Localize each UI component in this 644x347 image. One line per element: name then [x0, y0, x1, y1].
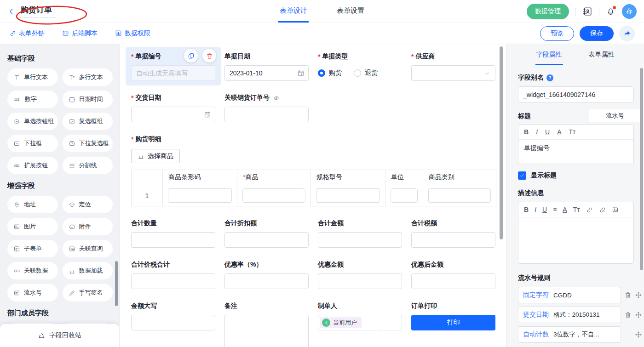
sidebar-item-number[interactable]: 123 数字	[7, 91, 58, 108]
remove-link-button[interactable]	[599, 206, 606, 213]
align-button[interactable]: ≡	[553, 206, 557, 213]
sidebar-item-multi-line-text[interactable]: 多行文本	[63, 68, 113, 86]
delete-rule-button[interactable]	[624, 291, 632, 299]
field-creator[interactable]: 制单人 当前用户	[318, 302, 402, 347]
sidebar-item-single-line-text[interactable]: 单行文本	[7, 68, 58, 86]
doc-no-input[interactable]	[131, 65, 215, 81]
field-total-qty[interactable]: 合计数量	[131, 219, 215, 248]
spec-input[interactable]	[316, 188, 380, 203]
address-book-icon[interactable]	[582, 6, 592, 17]
rule-auto-count[interactable]: 自动计数 3位数字，不自...	[518, 326, 621, 343]
form-external-link[interactable]: 表单外链	[9, 29, 45, 38]
underline-button[interactable]: U	[545, 128, 550, 136]
sidebar-item-linked-query[interactable]: 关联查询	[63, 240, 113, 257]
field-delivery-date[interactable]: *交货日期	[131, 94, 215, 122]
move-rule-handle[interactable]	[635, 331, 642, 338]
insert-link-button[interactable]	[586, 206, 593, 213]
insert-image-button[interactable]	[612, 206, 619, 213]
tab-form-properties[interactable]: 表单属性	[588, 44, 615, 65]
data-permission-link[interactable]: 数据权限	[115, 29, 150, 38]
font-size-button[interactable]: Tт	[569, 128, 575, 136]
sidebar-item-dropdown-multiselect[interactable]: 下拉复选框	[63, 135, 113, 152]
barcode-input[interactable]	[168, 188, 232, 203]
canvas-scrollbar[interactable]	[500, 46, 503, 239]
sidebar-item-geolocation[interactable]: 定位	[63, 196, 113, 213]
print-button[interactable]: 打印	[411, 315, 495, 330]
field-order-print[interactable]: 订单打印 打印	[411, 302, 495, 347]
sidebar-item-extend-button[interactable]: 扩展按钮	[7, 157, 58, 174]
sidebar-item-subform[interactable]: 子表单	[7, 240, 58, 257]
rule-fixed-chars[interactable]: 固定字符 CGDD	[518, 287, 621, 303]
move-rule-handle[interactable]	[635, 291, 642, 299]
font-color-button[interactable]: A	[557, 128, 561, 136]
field-total-amount[interactable]: 合计金额	[318, 219, 402, 248]
tab-field-properties[interactable]: 字段属性	[535, 44, 563, 65]
category-input[interactable]	[428, 188, 491, 203]
field-total-with-tax[interactable]: 合计价税合计	[131, 261, 215, 289]
sidebar-item-divider[interactable]: 分割线	[63, 157, 113, 174]
move-rule-handle[interactable]	[635, 311, 642, 319]
preview-button[interactable]: 预览	[540, 26, 574, 41]
column-header[interactable]: *商品	[237, 170, 311, 185]
field-total-discount[interactable]: 合计折扣额	[224, 219, 309, 248]
bold-button[interactable]: B	[524, 206, 529, 213]
current-user-tag[interactable]: 当前用户	[320, 317, 362, 328]
data-manage-button[interactable]: 数据管理	[527, 4, 569, 19]
select-goods-button[interactable]: 选择商品	[131, 149, 180, 163]
description-editor-content[interactable]	[518, 217, 633, 263]
amount-words-input[interactable]	[131, 315, 215, 330]
delete-field-button[interactable]	[202, 49, 216, 63]
field-discount-amount[interactable]: 优惠金额	[318, 261, 402, 289]
delete-rule-button[interactable]	[624, 311, 632, 319]
field-supplier[interactable]: *供应商	[411, 52, 495, 81]
discount-amount-input[interactable]	[318, 273, 402, 289]
creator-box[interactable]: 当前用户	[318, 315, 402, 330]
sidebar-scrollbar[interactable]	[115, 261, 118, 306]
notification-bell-icon[interactable]	[606, 6, 615, 16]
sidebar-item-data-load[interactable]: 数据加载	[63, 262, 113, 279]
backend-script-link[interactable]: 后端脚本	[62, 29, 98, 38]
sidebar-item-linked-data[interactable]: 关联数据	[7, 262, 58, 279]
related-order-input[interactable]	[224, 107, 309, 122]
total-discount-input[interactable]	[224, 232, 309, 248]
font-size-button[interactable]: Tт	[573, 206, 580, 213]
field-doc-type[interactable]: *单据类型 购货 退货	[318, 52, 402, 81]
serial-number-badge[interactable]: 流水号	[589, 109, 641, 122]
field-purchase-detail[interactable]: *购货明细 选择商品 商品条形码 *商品 规格型号 单位 商品类别	[131, 135, 495, 206]
column-header[interactable]: 规格型号	[311, 170, 385, 185]
copy-field-button[interactable]	[184, 49, 198, 63]
tab-form-design[interactable]: 表单设计	[278, 0, 309, 23]
field-amount-words[interactable]: 金额大写	[131, 302, 215, 347]
save-button[interactable]: 保存	[580, 26, 614, 41]
field-discount-rate[interactable]: 优惠率（%）	[224, 261, 309, 289]
doc-date-input[interactable]	[224, 65, 309, 81]
total-qty-input[interactable]	[131, 232, 215, 248]
after-discount-amount-input[interactable]	[411, 273, 495, 289]
sidebar-item-checkbox-group[interactable]: 复选框组	[63, 113, 113, 130]
sidebar-item-datetime[interactable]: 日期时间	[63, 91, 113, 108]
radio-option-purchase[interactable]: 购货	[318, 69, 342, 77]
help-icon[interactable]: ?	[546, 74, 553, 81]
sidebar-item-serial-number[interactable]: 流水号	[7, 284, 58, 301]
avatar[interactable]: 存	[622, 4, 637, 19]
sidebar-item-signature[interactable]: 手写签名	[63, 284, 113, 301]
discount-rate-input[interactable]	[224, 273, 309, 289]
total-tax-input[interactable]	[411, 232, 495, 248]
sidebar-item-dropdown[interactable]: 下拉框	[7, 135, 58, 152]
italic-button[interactable]: I	[536, 128, 538, 136]
tab-form-settings[interactable]: 表单设置	[335, 0, 366, 23]
remark-textarea[interactable]	[224, 315, 309, 347]
field-doc-no[interactable]: *单据编号	[126, 47, 221, 85]
sidebar-item-image[interactable]: 图片	[7, 218, 58, 235]
column-header[interactable]: 商品类别	[423, 170, 496, 185]
underline-button[interactable]: U	[542, 206, 547, 213]
field-recycle-bin[interactable]: 字段回收站	[0, 324, 119, 347]
field-alias-input[interactable]	[518, 86, 634, 103]
font-color-button[interactable]: A	[563, 206, 567, 213]
show-title-checkbox[interactable]	[518, 171, 526, 180]
delivery-date-input[interactable]	[131, 107, 215, 122]
field-after-discount-amount[interactable]: 优惠后金额	[411, 261, 495, 289]
rule-submit-date[interactable]: 提交日期 格式：20150131	[518, 307, 621, 323]
field-doc-date[interactable]: 单据日期	[224, 52, 309, 81]
field-total-tax[interactable]: 合计税额	[411, 219, 495, 248]
